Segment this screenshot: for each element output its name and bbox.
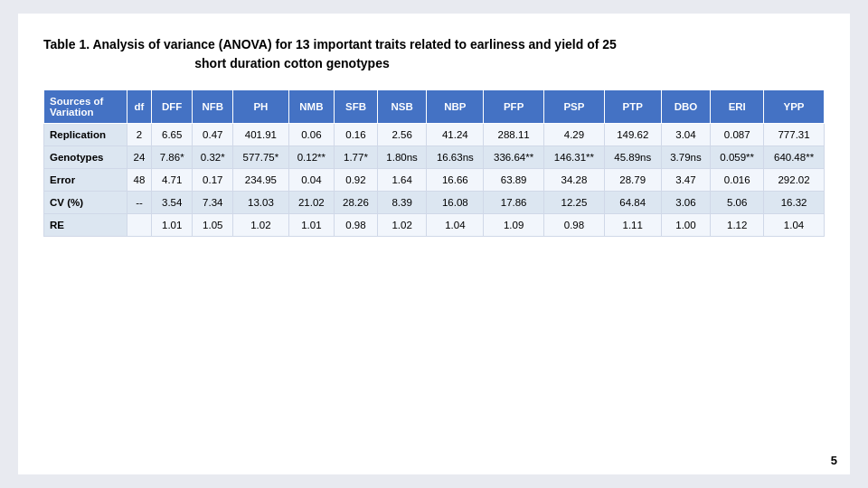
col-header-psp: PSP: [544, 90, 605, 124]
table-cell: 7.86*: [152, 146, 193, 169]
anova-table: Sources ofVariation df DFF NFB PH NMB SF…: [43, 89, 825, 237]
table-cell: 41.24: [427, 124, 484, 146]
table-cell: 1.12: [711, 214, 764, 237]
table-cell: 2: [127, 124, 151, 146]
table-cell: 4.29: [544, 124, 605, 146]
col-header-nfb: NFB: [193, 90, 233, 124]
table-cell: 16.32: [764, 192, 825, 214]
table-cell: 2.56: [377, 124, 427, 146]
table-cell: 3.54: [152, 192, 193, 214]
table-cell: 64.84: [604, 192, 661, 214]
table-cell: 0.32*: [193, 146, 233, 169]
table-cell: 8.39: [377, 192, 427, 214]
table-cell: 1.11: [604, 214, 661, 237]
table-cell: 777.31: [764, 124, 825, 146]
page-number: 5: [831, 454, 837, 467]
table-cell: 149.62: [604, 124, 661, 146]
table-row: CV (%)--3.547.3413.0321.0228.268.3916.08…: [44, 192, 825, 214]
table-cell: 0.059**: [711, 146, 764, 169]
table-cell: 1.02: [377, 214, 427, 237]
table-cell: 28.26: [335, 192, 378, 214]
table-cell: 5.06: [711, 192, 764, 214]
table-cell: 1.77*: [335, 146, 378, 169]
table-cell: 0.016: [711, 169, 764, 192]
table-cell: 1.02: [233, 214, 288, 237]
table-cell: 28.79: [604, 169, 661, 192]
col-header-dff: DFF: [152, 90, 193, 124]
col-header-ph: PH: [233, 90, 288, 124]
table-cell: 0.47: [193, 124, 233, 146]
col-header-sources: Sources ofVariation: [44, 90, 127, 124]
col-header-nsb: NSB: [377, 90, 427, 124]
table-cell: 1.01: [288, 214, 335, 237]
table-cell: 16.66: [427, 169, 484, 192]
table-cell: 0.92: [335, 169, 378, 192]
row-label: Genotypes: [44, 146, 127, 169]
table-cell: 0.98: [544, 214, 605, 237]
table-cell: 3.04: [661, 124, 711, 146]
table-cell: 3.79ns: [661, 146, 711, 169]
row-label: Replication: [44, 124, 127, 146]
col-header-pfp: PFP: [484, 90, 544, 124]
table-cell: 45.89ns: [604, 146, 661, 169]
table-cell: 640.48**: [764, 146, 825, 169]
table-title: Table 1. Analysis of variance (ANOVA) fo…: [43, 35, 825, 73]
table-cell: 0.16: [335, 124, 378, 146]
table-cell: 13.03: [233, 192, 288, 214]
table-cell: 292.02: [764, 169, 825, 192]
row-label: RE: [44, 214, 127, 237]
table-cell: 288.11: [484, 124, 544, 146]
table-cell: 336.64**: [484, 146, 544, 169]
table-cell: 146.31**: [544, 146, 605, 169]
col-header-eri: ERI: [711, 90, 764, 124]
table-cell: 48: [127, 169, 151, 192]
col-header-dbo: DBO: [661, 90, 711, 124]
table-cell: 63.89: [484, 169, 544, 192]
table-cell: 12.25: [544, 192, 605, 214]
col-header-nmb: NMB: [288, 90, 335, 124]
page-container: Table 1. Analysis of variance (ANOVA) fo…: [18, 14, 850, 474]
table-cell: 0.06: [288, 124, 335, 146]
table-cell: 0.98: [335, 214, 378, 237]
table-cell: 234.95: [233, 169, 288, 192]
row-label: Error: [44, 169, 127, 192]
table-cell: 3.06: [661, 192, 711, 214]
table-cell: 0.17: [193, 169, 233, 192]
col-header-sfb: SFB: [335, 90, 378, 124]
table-cell: 1.05: [193, 214, 233, 237]
table-cell: 34.28: [544, 169, 605, 192]
table-row: Genotypes247.86*0.32*577.75*0.12**1.77*1…: [44, 146, 825, 169]
table-cell: 16.63ns: [427, 146, 484, 169]
table-cell: 0.12**: [288, 146, 335, 169]
table-cell: 3.47: [661, 169, 711, 192]
table-cell: 1.04: [764, 214, 825, 237]
table-cell: 1.00: [661, 214, 711, 237]
col-header-ypp: YPP: [764, 90, 825, 124]
table-cell: --: [127, 192, 151, 214]
col-header-nbp: NBP: [427, 90, 484, 124]
row-label: CV (%): [44, 192, 127, 214]
table-cell: 21.02: [288, 192, 335, 214]
table-cell: 0.087: [711, 124, 764, 146]
col-header-df: df: [127, 90, 151, 124]
table-cell: 1.80ns: [377, 146, 427, 169]
table-cell: 4.71: [152, 169, 193, 192]
table-cell: 7.34: [193, 192, 233, 214]
table-cell: 577.75*: [233, 146, 288, 169]
table-cell: 0.04: [288, 169, 335, 192]
table-row: Replication26.650.47401.910.060.162.5641…: [44, 124, 825, 146]
table-cell: 1.09: [484, 214, 544, 237]
table-cell: 1.01: [152, 214, 193, 237]
table-cell: 1.04: [427, 214, 484, 237]
table-cell: 6.65: [152, 124, 193, 146]
table-cell: 17.86: [484, 192, 544, 214]
table-cell: 24: [127, 146, 151, 169]
table-cell: 1.64: [377, 169, 427, 192]
table-cell: 16.08: [427, 192, 484, 214]
col-header-ptp: PTP: [604, 90, 661, 124]
table-cell: 401.91: [233, 124, 288, 146]
table-row: Error484.710.17234.950.040.921.6416.6663…: [44, 169, 825, 192]
table-cell: [127, 214, 151, 237]
table-row: RE1.011.051.021.010.981.021.041.090.981.…: [44, 214, 825, 237]
